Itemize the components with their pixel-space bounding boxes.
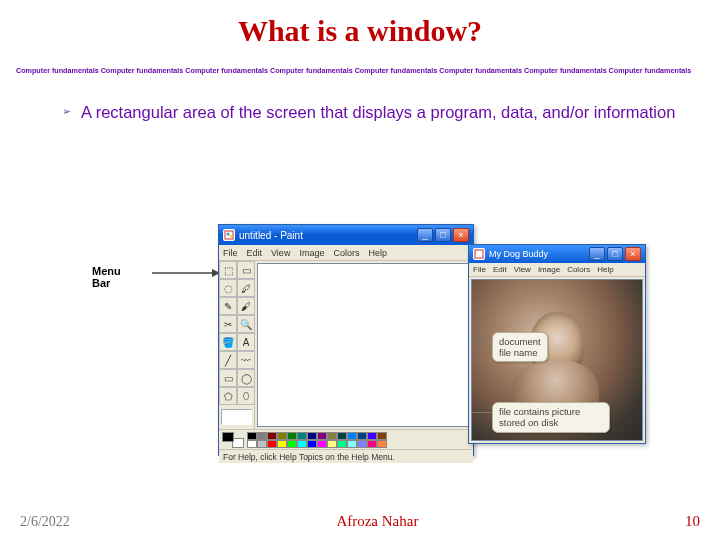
color-swatch[interactable] [377, 440, 387, 448]
window-buttons: _ □ × [417, 228, 469, 242]
color-swatch[interactable] [267, 440, 277, 448]
paint-canvas[interactable] [257, 263, 471, 427]
color-swatch[interactable] [317, 432, 327, 440]
color-swatch[interactable] [377, 432, 387, 440]
tool-2[interactable]: ◌ [219, 279, 237, 297]
menu-item-help[interactable]: Help [597, 265, 613, 274]
tool-0[interactable]: ⬚ [219, 261, 237, 279]
color-swatch[interactable] [247, 432, 257, 440]
paint-app-icon [223, 229, 235, 241]
fg-bg-swatch[interactable] [222, 432, 244, 448]
tool-options [221, 409, 252, 425]
paint-title-text: untitled - Paint [239, 230, 417, 241]
footer-author: Afroza Nahar [336, 513, 418, 530]
color-swatch[interactable] [277, 440, 287, 448]
menu-item-edit[interactable]: Edit [247, 248, 263, 258]
menu-item-help[interactable]: Help [368, 248, 387, 258]
color-swatch[interactable] [347, 432, 357, 440]
close-button[interactable]: × [625, 247, 641, 261]
page-number: 10 [685, 513, 700, 530]
tool-8[interactable]: 🪣 [219, 333, 237, 351]
menu-item-file[interactable]: File [223, 248, 238, 258]
tool-4[interactable]: ✎ [219, 297, 237, 315]
color-swatch[interactable] [307, 440, 317, 448]
color-swatch[interactable] [337, 432, 347, 440]
minimize-button[interactable]: _ [417, 228, 433, 242]
callout-leader [472, 412, 494, 413]
callout-leader [472, 338, 494, 339]
color-palette [247, 432, 387, 448]
minimize-button[interactable]: _ [589, 247, 605, 261]
color-bar [219, 429, 473, 449]
paint-window: untitled - Paint _ □ × FileEditViewImage… [218, 224, 474, 456]
menu-item-view[interactable]: View [271, 248, 290, 258]
paint-body: ⬚▭◌🖊✎🖌✂🔍🪣A╱〰▭◯⬠⬯ [219, 261, 473, 429]
color-swatch[interactable] [347, 440, 357, 448]
menu-item-colors[interactable]: Colors [567, 265, 590, 274]
maximize-button[interactable]: □ [607, 247, 623, 261]
repeated-subtitle: Computer fundamentals Computer fundament… [0, 48, 720, 75]
color-swatch[interactable] [307, 432, 317, 440]
color-swatch[interactable] [357, 440, 367, 448]
body-area: ➢ A rectangular area of the screen that … [0, 75, 720, 123]
paint-toolbox: ⬚▭◌🖊✎🖌✂🔍🪣A╱〰▭◯⬠⬯ [219, 261, 255, 429]
slide-title: What is a window? [0, 0, 720, 48]
menu-item-edit[interactable]: Edit [493, 265, 507, 274]
tool-14[interactable]: ⬠ [219, 387, 237, 405]
tool-9[interactable]: A [237, 333, 255, 351]
color-swatch[interactable] [297, 432, 307, 440]
tool-13[interactable]: ◯ [237, 369, 255, 387]
callout-file-description: file contains picture stored on disk [492, 402, 610, 433]
tool-1[interactable]: ▭ [237, 261, 255, 279]
tool-3[interactable]: 🖊 [237, 279, 255, 297]
color-swatch[interactable] [287, 432, 297, 440]
menu-item-image[interactable]: Image [299, 248, 324, 258]
maximize-button[interactable]: □ [435, 228, 451, 242]
paint-menubar: FileEditViewImageColorsHelp [219, 245, 473, 261]
close-button[interactable]: × [453, 228, 469, 242]
bullet-text: A rectangular area of the screen that di… [81, 101, 675, 123]
tool-11[interactable]: 〰 [237, 351, 255, 369]
color-swatch[interactable] [367, 440, 377, 448]
paint-statusbar: For Help, click Help Topics on the Help … [219, 449, 473, 463]
color-swatch[interactable] [257, 432, 267, 440]
image-menubar: FileEditViewImageColorsHelp [469, 263, 645, 277]
color-swatch[interactable] [277, 432, 287, 440]
bullet-item: ➢ A rectangular area of the screen that … [62, 101, 690, 123]
footer: 2/6/2022 Afroza Nahar 10 [0, 513, 720, 530]
menu-item-colors[interactable]: Colors [333, 248, 359, 258]
image-app-icon [473, 248, 485, 260]
color-swatch[interactable] [297, 440, 307, 448]
menu-bar-label: Menu Bar [92, 265, 121, 289]
svg-point-3 [227, 233, 230, 236]
color-swatch[interactable] [367, 432, 377, 440]
color-swatch[interactable] [327, 432, 337, 440]
menu-item-view[interactable]: View [514, 265, 531, 274]
image-title-text: My Dog Buddy [489, 249, 589, 259]
tool-7[interactable]: 🔍 [237, 315, 255, 333]
chevron-icon: ➢ [62, 105, 71, 118]
tool-5[interactable]: 🖌 [237, 297, 255, 315]
svg-rect-5 [475, 250, 483, 258]
color-swatch[interactable] [357, 432, 367, 440]
color-swatch[interactable] [317, 440, 327, 448]
slide: What is a window? Computer fundamentals … [0, 0, 720, 540]
color-swatch[interactable] [337, 440, 347, 448]
menu-item-image[interactable]: Image [538, 265, 560, 274]
tool-6[interactable]: ✂ [219, 315, 237, 333]
color-swatch[interactable] [267, 432, 277, 440]
callout-filename: document file name [492, 332, 548, 362]
tool-12[interactable]: ▭ [219, 369, 237, 387]
color-swatch[interactable] [247, 440, 257, 448]
tool-10[interactable]: ╱ [219, 351, 237, 369]
menu-item-file[interactable]: File [473, 265, 486, 274]
tool-15[interactable]: ⬯ [237, 387, 255, 405]
color-swatch[interactable] [257, 440, 267, 448]
image-titlebar: My Dog Buddy _ □ × [469, 245, 645, 263]
paint-titlebar: untitled - Paint _ □ × [219, 225, 473, 245]
window-buttons: _ □ × [589, 247, 641, 261]
footer-date: 2/6/2022 [20, 514, 70, 530]
color-swatch[interactable] [287, 440, 297, 448]
arrow-icon [152, 266, 222, 280]
color-swatch[interactable] [327, 440, 337, 448]
